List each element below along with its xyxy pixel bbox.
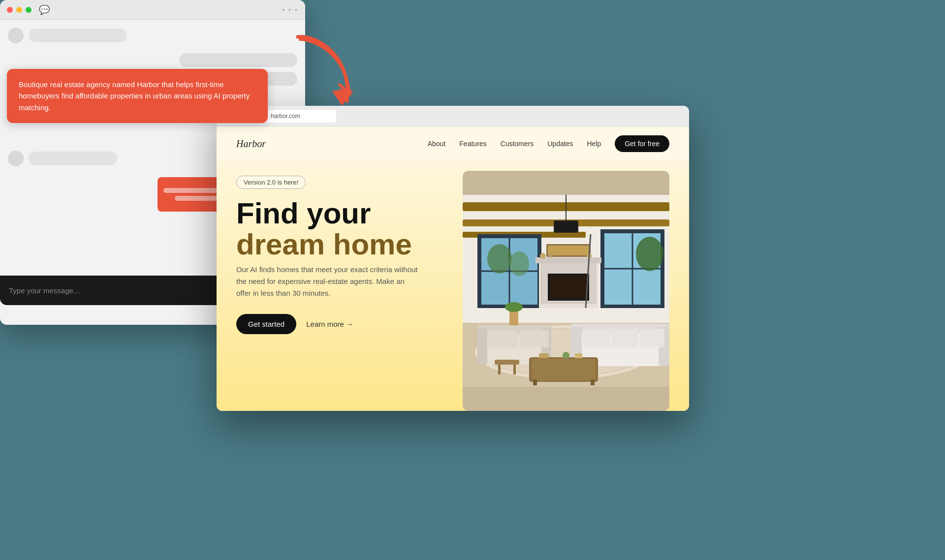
svg-rect-20 (536, 257, 601, 263)
svg-rect-58 (513, 365, 516, 374)
svg-rect-48 (532, 359, 596, 380)
svg-rect-49 (533, 379, 537, 385)
skeleton-message-1 (8, 28, 297, 43)
chat-response-block (158, 177, 226, 212)
hero-headline: Find your dream home (236, 198, 448, 260)
svg-point-55 (505, 302, 523, 312)
nav-link-customers[interactable]: Customers (501, 140, 534, 148)
svg-rect-46 (640, 329, 664, 347)
avatar-2 (8, 151, 24, 166)
svg-rect-57 (498, 365, 501, 374)
chat-title-dots: • • • (283, 6, 298, 14)
harbor-hero: Version 2.0 is here! Find your dream hom… (217, 161, 689, 411)
minimize-dot[interactable] (16, 7, 22, 13)
tooltip-text: Boutique real estate agency named Harbor… (19, 80, 250, 112)
hero-buttons: Get started Learn more → (236, 314, 448, 334)
browser-window: 🔒 harbor.com Harbor About Features Custo… (217, 106, 689, 411)
harbor-hero-left: Version 2.0 is here! Find your dream hom… (236, 171, 448, 411)
svg-rect-24 (548, 246, 589, 255)
harbor-logo: Harbor (236, 138, 266, 150)
nav-link-features[interactable]: Features (459, 140, 486, 148)
headline-line1: Find your (236, 197, 371, 230)
svg-point-11 (487, 244, 512, 274)
svg-rect-22 (550, 276, 587, 298)
svg-rect-27 (555, 222, 577, 231)
red-line-1 (163, 188, 220, 193)
headline-line2: dream home (236, 228, 412, 261)
harbor-nav-links: About Features Customers Updates Help Ge… (428, 135, 669, 152)
svg-point-12 (509, 251, 529, 276)
harbor-website: Harbor About Features Customers Updates … (217, 126, 689, 411)
nav-link-updates[interactable]: Updates (547, 140, 573, 148)
skeleton-bubble-1 (29, 29, 127, 42)
svg-rect-50 (591, 379, 595, 385)
chat-input-field[interactable]: Type your message... (9, 286, 79, 295)
skeleton-bubble-2 (29, 152, 117, 165)
svg-rect-39 (519, 330, 549, 347)
chat-app-icon: 💬 (39, 4, 50, 15)
nav-link-help[interactable]: Help (587, 140, 601, 148)
svg-point-52 (563, 352, 569, 359)
red-line-2 (175, 196, 220, 201)
svg-rect-56 (495, 360, 519, 365)
svg-rect-45 (611, 329, 638, 347)
maximize-dot[interactable] (26, 7, 32, 13)
nav-link-about[interactable]: About (428, 140, 446, 148)
arrow-indicator (271, 30, 369, 128)
svg-rect-51 (539, 353, 549, 358)
nav-get-for-free-button[interactable]: Get for free (615, 135, 669, 152)
svg-point-17 (636, 237, 663, 271)
version-badge: Version 2.0 is here! (236, 176, 306, 189)
harbor-hero-image (463, 171, 669, 411)
room-svg (463, 171, 669, 411)
learn-more-button[interactable]: Learn more → (306, 320, 353, 328)
avatar-1 (8, 28, 24, 43)
svg-rect-29 (549, 252, 553, 257)
svg-rect-38 (488, 330, 518, 347)
svg-rect-36 (477, 328, 487, 365)
close-dot[interactable] (7, 7, 13, 13)
get-started-button[interactable]: Get started (236, 314, 296, 334)
harbor-nav: Harbor About Features Customers Updates … (217, 126, 689, 161)
svg-rect-53 (575, 353, 582, 358)
chat-titlebar: 💬 • • • (0, 0, 305, 20)
chat-input-bar: Type your message... (0, 276, 226, 305)
svg-rect-44 (583, 329, 610, 347)
context-tooltip: Boutique real estate agency named Harbor… (7, 69, 268, 123)
hero-subtext: Our AI finds homes that meet your exact … (236, 264, 418, 299)
svg-point-28 (540, 253, 546, 259)
